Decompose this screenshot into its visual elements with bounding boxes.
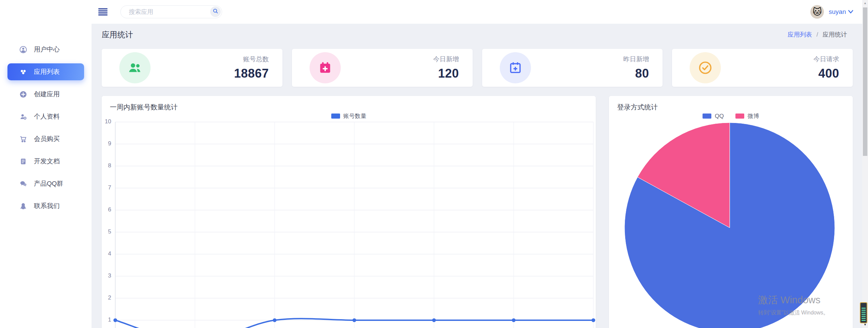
calendar-add-outline-icon (500, 52, 531, 83)
y-tick-label: 4 (102, 250, 111, 257)
breadcrumb-link[interactable]: 应用列表 (788, 31, 812, 38)
stats-row: 账号总数 18867 今日新增 120 昨日新增 80 (102, 49, 853, 87)
y-tick-label: 7 (102, 184, 111, 191)
stat-value: 18867 (234, 66, 269, 81)
scrollbar-down-arrow-icon[interactable]: ▼ (862, 323, 868, 326)
sidebar-item-label: 应用列表 (34, 67, 60, 76)
sidebar-item-app-list[interactable]: 应用列表 (7, 63, 84, 80)
hamburger-menu-icon[interactable] (98, 8, 107, 16)
charts-row: 一周内新账号数量统计 账号数量 10987654321 登录方式统计 QQ (102, 96, 853, 328)
search-input[interactable] (129, 8, 200, 16)
stat-card-total-accounts: 账号总数 18867 (102, 49, 282, 87)
scrollbar-thumb[interactable] (863, 7, 867, 156)
stat-card-today-new: 今日新增 120 (292, 49, 473, 87)
sidebar-item-membership[interactable]: 会员购买 (7, 130, 84, 147)
sidebar: 用户中心 应用列表 创建应用 个人资料 会员购买 开发文档 产品QQ群 (0, 24, 92, 328)
search-button[interactable] (210, 6, 221, 17)
user-gear-icon (19, 112, 27, 121)
search-box (120, 5, 222, 18)
sidebar-item-label: 联系我们 (34, 202, 60, 210)
cart-icon (19, 135, 27, 143)
stat-label: 账号总数 (234, 55, 269, 64)
y-tick-label: 1 (102, 316, 111, 323)
calendar-plus-icon (310, 52, 341, 83)
scrollbar[interactable]: ▲ ▼ (862, 0, 868, 328)
avatar: 🐱 (810, 5, 824, 19)
sidebar-item-contact[interactable]: 联系我们 (7, 198, 84, 214)
sidebar-item-docs[interactable]: 开发文档 (7, 153, 84, 170)
breadcrumb-current: 应用统计 (823, 31, 847, 38)
sidebar-item-create-app[interactable]: 创建应用 (7, 86, 84, 103)
page-title: 应用统计 (102, 29, 133, 40)
chevron-down-icon (848, 10, 853, 14)
line-chart-title: 一周内新账号数量统计 (110, 103, 178, 112)
users-icon (119, 52, 151, 83)
check-circle-icon (690, 52, 721, 83)
y-tick-label: 3 (102, 272, 111, 279)
y-tick-label: 5 (102, 228, 111, 235)
sidebar-item-label: 用户中心 (34, 45, 60, 54)
user-circle-icon (19, 45, 27, 54)
y-tick-label: 8 (102, 162, 111, 169)
breadcrumb: 应用列表 / 应用统计 (788, 30, 847, 39)
stat-value: 120 (433, 66, 459, 81)
y-tick-label: 10 (102, 118, 111, 125)
main-content: 应用统计 应用列表 / 应用统计 账号总数 18867 今日新增 120 (92, 24, 862, 328)
apps-icon (19, 68, 27, 76)
sidebar-item-qq-group[interactable]: 产品QQ群 (7, 175, 84, 192)
stat-card-today-requests: 今日请求 400 (672, 49, 853, 87)
line-chart-svg (112, 119, 596, 328)
scrollbar-up-arrow-icon[interactable]: ▲ (862, 1, 868, 5)
sidebar-item-label: 开发文档 (34, 157, 60, 166)
stat-card-yesterday-new: 昨日新增 80 (482, 49, 663, 87)
stat-value: 80 (623, 66, 649, 81)
pie-chart-svg (609, 96, 853, 328)
chat-bubbles-icon (19, 180, 27, 188)
sidebar-item-user-center[interactable]: 用户中心 (7, 41, 84, 58)
username: suyan (829, 8, 846, 16)
y-tick-label: 2 (102, 294, 111, 301)
stat-label: 今日新增 (433, 55, 459, 64)
pie-chart-card: 登录方式统计 QQ 微博 (609, 96, 853, 328)
line-chart-card: 一周内新账号数量统计 账号数量 10987654321 (102, 96, 596, 328)
sidebar-item-label: 个人资料 (34, 112, 60, 121)
y-tick-label: 9 (102, 140, 111, 147)
legend-swatch (331, 114, 340, 119)
corner-indicator-widget (860, 302, 867, 323)
sidebar-item-label: 创建应用 (34, 90, 60, 99)
sidebar-item-profile[interactable]: 个人资料 (7, 108, 84, 125)
topbar: 🐱 suyan (0, 0, 862, 24)
y-tick-label: 6 (102, 206, 111, 213)
breadcrumb-separator: / (816, 31, 818, 38)
user-menu[interactable]: 🐱 suyan (810, 5, 853, 19)
stat-label: 今日请求 (813, 55, 839, 64)
sidebar-item-label: 会员购买 (34, 135, 60, 143)
penguin-icon (19, 202, 27, 210)
plus-circle-icon (19, 90, 27, 98)
sidebar-item-label: 产品QQ群 (34, 179, 63, 188)
stat-label: 昨日新增 (623, 55, 649, 64)
document-icon (19, 157, 27, 165)
stat-value: 400 (813, 66, 839, 81)
search-icon (213, 8, 218, 15)
